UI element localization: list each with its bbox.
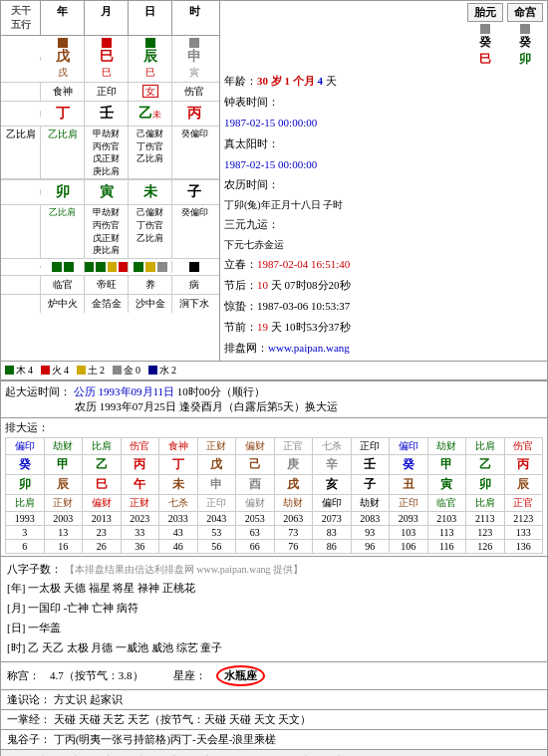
dy-ss2-7: 偏财 [236,494,275,511]
dy-yr2-9: 83 [313,525,352,539]
dy-yr1-5: 2033 [159,511,198,525]
ss-day-box: 女 [142,85,158,98]
shs-hour: 病 [172,276,216,294]
liqiu-label: 立春： [224,258,257,270]
age-value: 30 岁 1 个月 [257,75,318,87]
sub-day: 己偏财丁伤官乙比肩 [129,126,172,178]
dy-dz-4: 午 [121,474,159,494]
dy-dz-9: 亥 [313,474,352,494]
dy-yr1-8: 2063 [274,511,313,525]
minggong-button[interactable]: 命宫 [507,3,543,22]
dy-yr1-2: 2003 [44,511,83,525]
dy-yr1-9: 2073 [313,511,352,525]
dy-ss-6: 正财 [197,437,236,454]
col-day: 日 [129,1,172,35]
col-year: 年 [41,1,85,35]
dy-ss2-5: 七杀 [159,494,198,511]
tc-year: 丁 [41,102,85,126]
dy-tg-10: 壬 [351,454,390,474]
tg-row-label [1,57,41,61]
guiguzi-label: 鬼谷子： [7,733,51,745]
nian-label: [年] [7,582,25,594]
paipan-line: 排盘网：www.paipan.wang [224,338,543,359]
dy-tg-13: 乙 [466,454,505,474]
taiyuan-block: 胎元 癸 巳 [467,3,503,68]
dy-ss-7: 偏财 [236,437,275,454]
huo-sq [41,366,50,375]
tu-label: 土 [88,364,98,378]
huo-val: 4 [64,365,69,376]
col-label: 天干五行 [1,1,41,35]
dy-yr2-7: 63 [236,525,275,539]
huo-count: 火 4 [41,364,69,378]
dy-yr1-11: 2093 [390,511,428,525]
dy-yr3-14: 136 [504,539,543,553]
tg-hour: 申 寅 [172,36,216,82]
taiyuan-button[interactable]: 胎元 [467,3,503,22]
bajizishu-section: 八字子数： 【本排盘结果由信达利排盘网 www.paipan.wang 提供】 … [1,556,547,661]
legend-yinshui-label: 阴水 [324,752,344,756]
jieqian-label: 节前： [224,321,257,333]
sq-day-3 [157,262,167,272]
dz-hour: 子 [172,180,216,204]
minggong-cell-1: 癸 卯 [519,24,531,68]
clock-value: 1987-02-15 00:00:00 [224,113,543,133]
dy-ss-11: 偏印 [390,437,428,454]
dy-yr3-9: 86 [313,539,352,553]
bazi-chart: 天干五行 年 月 日 时 戊 戌 巳 [1,1,220,361]
yijing-label: 一掌经： [7,713,51,725]
sq-month [85,261,129,273]
dy-yr3-1: 6 [6,539,45,553]
dy-dz-3: 巳 [83,474,122,494]
mu-label: 木 [16,364,26,378]
jieqian-value: 19 [257,321,268,333]
dizhi-row: 卯 寅 未 子 [1,179,219,205]
tg-day-wuxing: 巳 [145,66,155,80]
dy-yr2-1: 3 [6,525,45,539]
tg-month-sq [102,38,112,48]
nongli-value: 丁卯(兔)年正月十八日 子时 [224,195,543,214]
dy-yr1-6: 2043 [197,511,236,525]
legend-section: ▲ 阳木 阴木 阳火 阴火 阳土 阴土 阳金 阴金 阳水 阴水 [1,749,547,756]
dy-yr2-13: 123 [466,525,505,539]
jin-label: 金 [124,364,134,378]
dy-yr2-4: 33 [121,525,159,539]
dy-ss-1: 偏印 [6,437,45,454]
ss-month: 正印 [85,83,129,101]
ss-year: 食神 [41,83,85,101]
legend-yinmu-label: 阴木 [61,752,81,756]
dy-yr1-14: 2123 [504,511,543,525]
dy-ss2-8: 劫财 [274,494,313,511]
dy-ss2-11: 正印 [390,494,428,511]
dy-dz-8: 戌 [274,474,313,494]
qidayun-section: 起大运时间： 公历 1993年09月11日 10时00分（顺行） 农历 1993… [1,380,547,417]
tiangan-row: 戊 戌 巳 巳 辰 巳 申 寅 [1,36,219,83]
dy-yr2-10: 93 [351,525,390,539]
dy-tg-5: 丁 [159,454,198,474]
nayin-row: 炉中火 金箔金 沙中金 涧下水 [1,295,219,313]
mu-count: 木 4 [5,364,33,378]
jin-sq [113,366,122,375]
sub-shishen2-row: 乙比肩 甲劫财丙伤官戊正财庚比肩 己偏财丁伤官乙比肩 癸偏印 [1,205,219,258]
legend-yangtu-label: 阳土 [159,752,179,756]
legend-triangle: ▲ [5,752,15,756]
tg-day: 辰 巳 [129,36,172,82]
dayun-label: 排大运： [5,420,543,435]
sanyuan-value: 下元七赤金运 [224,235,543,254]
chenggong-value: 4.7（按节气：3.8） [50,668,143,683]
dy-tg-7: 己 [236,454,275,474]
jingzhe-label: 惊蛰： [224,300,257,312]
dy-yr1-1: 1993 [6,511,45,525]
age-label: 年龄： [224,75,257,87]
dayun-section: 排大运： 偏印 劫财 比肩 伤官 食神 正财 偏财 正官 七杀 正印 偏印 劫财… [1,417,547,556]
chenggong-row: 称宫： 4.7（按节气：3.8） 星座： 水瓶座 [1,661,547,689]
dz-day: 未 [129,180,172,204]
dy-tg-14: 丙 [504,454,543,474]
sq-month-2 [96,262,105,272]
clock-label: 钟表时间： [224,92,543,113]
bazi-right-panel: 胎元 癸 巳 命宫 癸 卯 [220,1,547,361]
dy-tg-3: 乙 [83,454,122,474]
header-row: 天干五行 年 月 日 时 [1,1,219,36]
dy-yr3-6: 56 [197,539,236,553]
dayun-years3-row: 6 16 26 36 46 56 66 76 86 96 106 116 126… [6,539,543,553]
